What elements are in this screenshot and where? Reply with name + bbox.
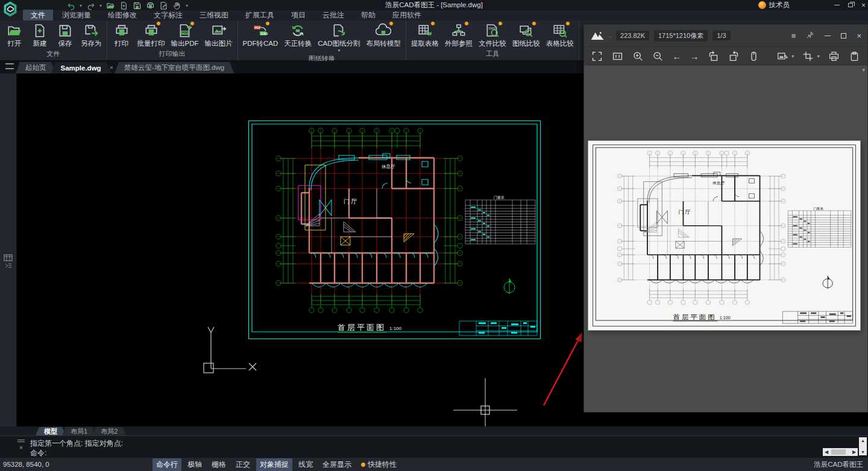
command-drag-handle-icon[interactable] (17, 440, 25, 442)
chevron-down-icon[interactable]: ▾ (791, 54, 794, 59)
menu-tab-apps[interactable]: 应用软件 (385, 10, 429, 21)
save-icon[interactable] (133, 1, 142, 10)
rotate-right-icon[interactable] (728, 51, 740, 63)
save-as-button[interactable]: 另存为 (78, 22, 104, 48)
toggle-ortho[interactable]: 正交 (232, 458, 254, 471)
tianzheng-convert-button[interactable]: 天正转换 (281, 22, 314, 48)
new-file-icon[interactable] (119, 1, 128, 10)
zoom-out-icon[interactable] (652, 51, 664, 63)
command-prompt-line[interactable]: 命令: (30, 448, 46, 458)
viewer-maximize-icon[interactable] (841, 33, 846, 39)
open-icon[interactable] (106, 1, 115, 10)
save-button[interactable]: 保存 (53, 22, 77, 48)
menu-tab-browse-measure[interactable]: 浏览测量 (54, 10, 99, 21)
menu-bar: 文件 浏览测量 绘图修改 文字标注 三维视图 扩展工具 项目 云批注 帮助 应用… (0, 10, 868, 20)
toolbar-collapse-icon[interactable]: ▾ (862, 67, 865, 73)
layout-tab-layout1[interactable]: 布局1 (62, 427, 96, 435)
viewer-minimize-icon[interactable] (825, 36, 831, 36)
user-account[interactable]: 技术员 (758, 0, 790, 10)
layout-to-model-button[interactable]: 布局转模型 (364, 22, 404, 48)
table-compare-button[interactable]: 表格比较 (544, 22, 576, 48)
chevron-down-icon[interactable]: ▼ (861, 450, 865, 454)
minimize-button[interactable] (834, 5, 840, 5)
toggle-osnap[interactable]: 对象捕捉 (256, 458, 292, 471)
scroll-left-icon[interactable]: ◀ (823, 449, 830, 455)
menu-tab-cloud-annotate[interactable]: 云批注 (315, 10, 352, 21)
viewer-content[interactable]: ▾ (584, 66, 867, 412)
command-close-icon[interactable]: × (19, 444, 23, 451)
redo-icon[interactable] (86, 1, 95, 10)
toggle-fullscreen[interactable]: 全屏显示 (319, 458, 355, 471)
menu-tab-3d-view[interactable]: 三维视图 (192, 10, 236, 21)
doc-tab-sample[interactable]: Sample.dwg (51, 62, 111, 73)
toggle-command-line[interactable]: 命令行 (153, 458, 181, 471)
undo-icon[interactable] (66, 1, 75, 10)
close-tab-icon[interactable]: × (110, 64, 113, 71)
viewer-logo-dots: .. (608, 33, 611, 39)
menu-tab-project[interactable]: 项目 (283, 10, 313, 21)
layout-tab-model[interactable]: 模型 (36, 427, 66, 435)
toggle-polar[interactable]: 极轴 (184, 458, 206, 471)
restore-button[interactable] (848, 3, 853, 7)
viewer-toolbar: ← → ▾ ▾ (584, 46, 867, 66)
scrollbar-track[interactable] (830, 448, 851, 456)
viewer-close-icon[interactable]: × (857, 32, 861, 40)
export-image-button[interactable]: 输出图片 (203, 22, 235, 48)
redo-dropdown-icon[interactable]: ▾ (99, 4, 102, 8)
viewer-save-icon[interactable] (848, 51, 860, 63)
chevron-up-icon[interactable]: ▲ (861, 438, 865, 443)
print-button[interactable]: 打印 (110, 22, 134, 48)
previous-image-icon[interactable]: ← (673, 52, 682, 61)
extract-table-button[interactable]: 提取表格 (409, 22, 441, 48)
batch-print-button[interactable]: 批量打印 (135, 22, 168, 48)
file-compare-icon (485, 22, 501, 39)
fullscreen-icon[interactable] (591, 51, 603, 63)
viewer-print-icon[interactable] (828, 51, 840, 63)
pdf-to-cad-button[interactable]: PDF转CAD (241, 22, 281, 48)
annotate-icon[interactable] (159, 1, 168, 10)
crop-icon[interactable] (802, 51, 814, 63)
fit-ratio-icon[interactable] (612, 51, 624, 63)
open-button[interactable]: 打开 (2, 22, 27, 48)
split-drawing-button[interactable]: CAD图纸分割▾ (315, 22, 362, 53)
file-compare-button[interactable]: 文件比较 (476, 22, 509, 48)
export-pdf-button[interactable]: 输出PDF (169, 22, 201, 48)
next-image-icon[interactable]: → (690, 52, 699, 61)
menu-tab-file[interactable]: 文件 (23, 10, 53, 21)
sidebar-toggle-icon[interactable] (5, 63, 14, 69)
horizontal-scrollbar[interactable]: ◀ ▶ (823, 448, 858, 456)
close-button[interactable]: × (861, 2, 866, 9)
print-icon[interactable] (146, 1, 155, 10)
doc-tab-chuxiong[interactable]: 楚雄云玺-地下室自喷平面图.dwg (115, 62, 234, 73)
xref-button[interactable]: 外部参照 (442, 22, 475, 48)
menu-tab-draw-modify[interactable]: 绘图修改 (100, 10, 145, 21)
pin-icon[interactable] (806, 31, 814, 40)
chevron-down-icon[interactable]: ▾ (817, 54, 820, 59)
scroll-right-icon[interactable]: ▶ (851, 449, 858, 455)
command-line-panel[interactable]: × 指定第一个角点: 指定对角点: 命令: ▲▼ ◀ ▶ (0, 435, 868, 458)
doc-tab-start-page[interactable]: 起始页 (16, 62, 56, 73)
command-history-line: 指定第一个角点: 指定对角点: (30, 438, 123, 449)
menu-tab-text-annotate[interactable]: 文字标注 (146, 10, 190, 21)
undo-dropdown-icon[interactable]: ▾ (80, 4, 82, 8)
scrollbar-thumb[interactable] (831, 449, 846, 455)
command-history-scroll[interactable]: ▲▼ (859, 437, 867, 455)
layout-tab-layout2[interactable]: 布局2 (92, 427, 126, 435)
pan-hand-icon[interactable] (172, 1, 181, 10)
image-edit-icon[interactable] (776, 51, 788, 63)
status-toggles: 命令行 极轴 栅格 正交 对象捕捉 线宽 全屏显示 快捷特性 (153, 458, 400, 471)
qat-overflow-icon[interactable]: ▾ (186, 4, 188, 8)
drawing-compare-button[interactable]: 图纸比较 (510, 22, 542, 48)
new-button[interactable]: 新建 (28, 22, 52, 48)
viewer-menu-icon[interactable]: ≡ (791, 32, 796, 40)
menu-tab-extended-tools[interactable]: 扩展工具 (237, 10, 282, 21)
toggle-quick-properties[interactable]: 快捷特性 (357, 458, 400, 471)
layers-panel-icon[interactable] (4, 254, 13, 270)
menu-tab-help[interactable]: 帮助 (353, 10, 383, 21)
rotate-left-icon[interactable] (708, 51, 720, 63)
mouse-scroll-icon[interactable] (748, 51, 760, 63)
toggle-lineweight[interactable]: 线宽 (295, 458, 316, 471)
toggle-grid[interactable]: 栅格 (208, 458, 230, 471)
zoom-in-icon[interactable] (632, 51, 644, 63)
folder-open-icon (7, 22, 23, 39)
